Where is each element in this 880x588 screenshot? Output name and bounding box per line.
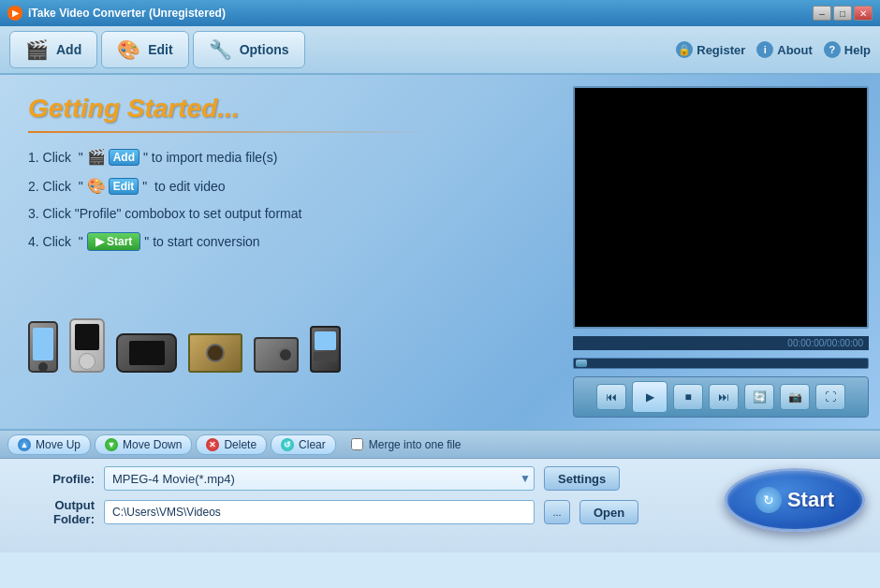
bottom-controls-bar: ▲ Move Up ▼ Move Down ✕ Delete ↺ Clear M… [0, 431, 880, 459]
move-down-label: Move Down [123, 438, 182, 451]
window-title: iTake Video Converter (Unregistered) [28, 7, 226, 20]
step-3: 3. Click "Profile" combobox to set outpu… [28, 206, 534, 221]
options-icon: 🔧 [209, 38, 232, 61]
clear-icon: ↺ [281, 438, 294, 451]
start-button-container: ↻ Start [725, 468, 865, 534]
options-button[interactable]: 🔧 Options [193, 31, 305, 68]
settings-area: Profile: MPEG-4 Movie(*.mp4) ▼ Settings … [0, 459, 880, 552]
video-controls: ⏮ ▶ ■ ⏭ 🔄 📷 ⛶ [573, 376, 869, 418]
move-up-button[interactable]: ▲ Move Up [7, 434, 91, 455]
clear-label: Clear [299, 438, 326, 451]
register-label: Register [697, 43, 745, 57]
step-4: 4. Click " ▶ Start " to start conversion [28, 232, 534, 251]
device-blackberry [310, 326, 341, 373]
close-button[interactable]: ✕ [854, 6, 873, 21]
devices-row [28, 318, 341, 373]
title-bar: ▶ iTake Video Converter (Unregistered) –… [0, 0, 880, 26]
profile-select[interactable]: MPEG-4 Movie(*.mp4) [104, 466, 535, 491]
settings-button[interactable]: Settings [544, 466, 620, 491]
move-up-icon: ▲ [18, 438, 31, 451]
about-icon: i [756, 41, 773, 58]
toolbar-right: 🔒 Register i About ? Help [676, 41, 871, 58]
output-input-container [104, 500, 535, 524]
title-bar-left: ▶ iTake Video Converter (Unregistered) [7, 6, 226, 21]
about-link[interactable]: i About [756, 41, 813, 58]
step-1: 1. Click " 🎬 Add " to import media file(… [28, 148, 534, 166]
merge-checkbox-label[interactable]: Merge into one file [351, 438, 462, 451]
step1-add-btn-visual: Add [109, 149, 139, 166]
right-panel: 00:00:00/00:00:00 ⏮ ▶ ■ ⏭ 🔄 📷 ⛶ [562, 75, 880, 429]
video-preview [573, 86, 869, 329]
title-bar-controls: – □ ✕ [813, 6, 873, 21]
video-time: 00:00:00/00:00:00 [573, 336, 869, 350]
help-link[interactable]: ? Help [824, 41, 871, 58]
options-label: Options [240, 42, 289, 57]
edit-icon: 🎨 [117, 38, 140, 61]
start-label: Start [787, 488, 834, 512]
merge-label: Merge into one file [369, 438, 462, 451]
getting-started-title: Getting Started... [28, 94, 534, 124]
stop-button[interactable]: ■ [673, 384, 703, 410]
move-up-label: Move Up [36, 438, 81, 451]
add-icon: 🎬 [25, 38, 49, 61]
add-label: Add [56, 42, 81, 57]
add-button[interactable]: 🎬 Add [9, 31, 97, 68]
loop-button[interactable]: 🔄 [744, 384, 774, 410]
step2-edit-icon: 🎨 [87, 177, 106, 195]
start-button[interactable]: ↻ Start [725, 468, 865, 532]
step4-start-btn-visual: ▶ Start [87, 232, 141, 251]
device-dvd [188, 333, 242, 373]
progress-bar[interactable] [573, 358, 869, 369]
edit-label: Edit [148, 42, 172, 57]
device-psp [116, 333, 177, 373]
skip-forward-button[interactable]: ⏭ [709, 384, 739, 410]
start-icon: ↻ [755, 487, 782, 513]
device-ipod [69, 318, 105, 373]
merge-checkbox-input[interactable] [351, 438, 363, 450]
step2-edit-btn-visual: Edit [109, 178, 139, 195]
output-path-input[interactable] [104, 500, 535, 524]
screenshot-button[interactable]: 📷 [780, 384, 810, 410]
play-button[interactable]: ▶ [632, 381, 667, 413]
device-camcorder [254, 337, 299, 373]
output-label: Output Folder: [15, 498, 95, 526]
move-down-button[interactable]: ▼ Move Down [95, 434, 192, 455]
step-2: 2. Click " 🎨 Edit " to edit video [28, 177, 534, 195]
divider [28, 131, 433, 133]
main-content: Getting Started... 1. Click " 🎬 Add " to… [0, 75, 880, 431]
clear-button[interactable]: ↺ Clear [271, 434, 336, 455]
app-icon: ▶ [7, 6, 22, 21]
profile-label: Profile: [15, 472, 95, 486]
browse-button[interactable]: ... [544, 500, 570, 524]
profile-select-container: MPEG-4 Movie(*.mp4) ▼ [104, 466, 535, 491]
delete-label: Delete [224, 438, 257, 451]
skip-back-button[interactable]: ⏮ [596, 384, 626, 410]
toolbar: 🎬 Add 🎨 Edit 🔧 Options 🔒 Register i Abou… [0, 26, 880, 75]
move-down-icon: ▼ [105, 438, 118, 451]
maximize-button[interactable]: □ [833, 6, 852, 21]
open-button[interactable]: Open [579, 500, 638, 524]
about-label: About [777, 43, 813, 57]
step1-clapper-icon: 🎬 [87, 148, 106, 166]
device-phone [28, 321, 58, 373]
help-label: Help [844, 43, 871, 57]
progress-thumb [576, 360, 587, 367]
fullscreen-button[interactable]: ⛶ [815, 384, 845, 410]
delete-icon: ✕ [206, 438, 219, 451]
steps: 1. Click " 🎬 Add " to import media file(… [28, 148, 534, 251]
minimize-button[interactable]: – [813, 6, 831, 21]
delete-button[interactable]: ✕ Delete [196, 434, 267, 455]
left-panel: Getting Started... 1. Click " 🎬 Add " to… [0, 75, 562, 429]
register-icon: 🔒 [676, 41, 693, 58]
edit-button[interactable]: 🎨 Edit [101, 31, 188, 68]
register-link[interactable]: 🔒 Register [676, 41, 745, 58]
help-icon: ? [824, 41, 841, 58]
